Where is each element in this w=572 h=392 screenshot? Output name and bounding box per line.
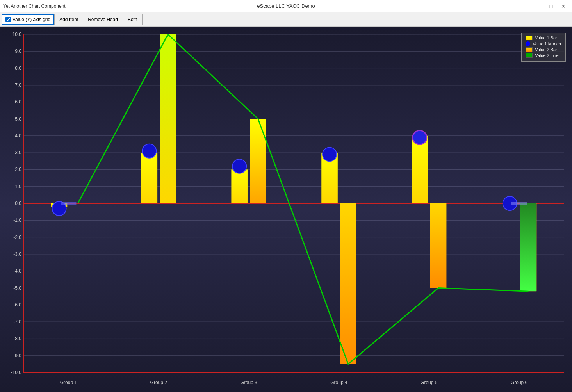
title-bar: Yet Another Chart Component eScape LLC Y… [0,0,572,12]
legend-swatch-val2bar [526,47,533,52]
legend-item-val1bar: Value 1 Bar [526,36,561,40]
close-button[interactable]: ✕ [558,2,569,10]
chart-canvas [0,27,572,392]
legend-swatch-val1bar [526,36,533,40]
yaxis-grid-checkbox[interactable] [5,17,11,22]
chart-legend: Value 1 Bar Value 1 Marker Value 2 Bar V… [521,33,566,62]
legend-item-val1marker: Value 1 Marker [526,41,561,46]
maximize-button[interactable]: □ [545,2,556,10]
toolbar: Value (Y) axis grid Add Item Remove Head… [0,12,572,27]
legend-swatch-val1marker [526,41,530,46]
minimize-button[interactable]: ― [533,2,544,10]
legend-label-val1marker: Value 1 Marker [533,41,561,46]
legend-label-val2bar: Value 2 Bar [535,47,557,52]
legend-swatch-val2line [526,53,533,58]
both-button[interactable]: Both [123,14,143,25]
legend-item-val2bar: Value 2 Bar [526,47,561,52]
window-controls: ― □ ✕ [533,2,569,10]
center-title: eScape LLC YACC Demo [257,3,315,9]
legend-item-val2line: Value 2 Line [526,53,561,58]
add-item-button[interactable]: Add Item [54,14,83,25]
legend-label-val2line: Value 2 Line [535,53,558,58]
yaxis-grid-checkbox-label[interactable]: Value (Y) axis grid [2,14,54,25]
legend-label-val1bar: Value 1 Bar [535,36,557,40]
yaxis-grid-label: Value (Y) axis grid [12,17,50,22]
remove-head-button[interactable]: Remove Head [83,14,123,25]
window-title: Yet Another Chart Component [3,4,66,9]
chart-container: Value 1 Bar Value 1 Marker Value 2 Bar V… [0,27,572,392]
